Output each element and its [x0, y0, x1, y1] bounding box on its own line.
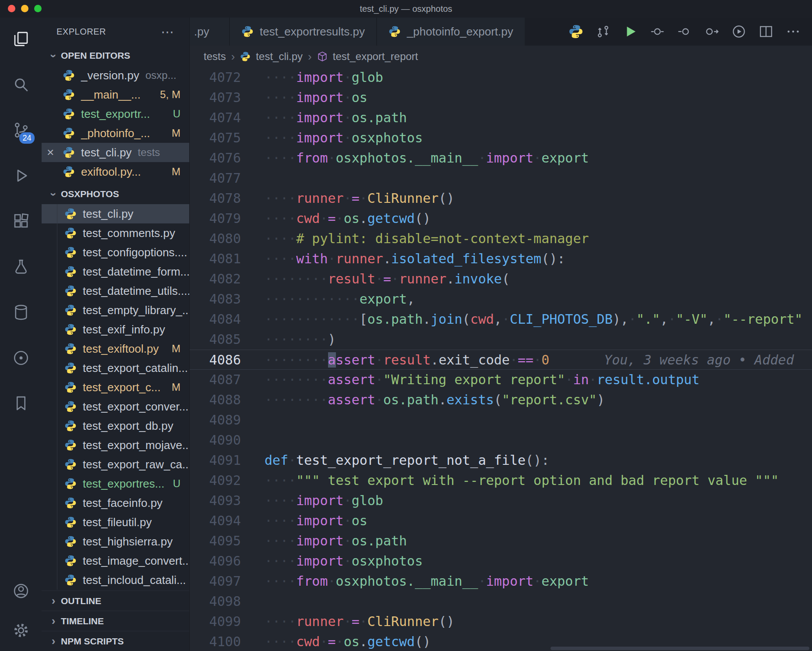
editor-tab[interactable]: _photoinfo_export.py: [377, 18, 526, 46]
zoom-window-button[interactable]: [34, 5, 42, 12]
open-editor-item[interactable]: __main__...5, M: [42, 85, 189, 104]
extensions-icon[interactable]: [11, 211, 31, 231]
views-more-actions-icon[interactable]: ⋯: [161, 24, 175, 39]
breadcrumb-file[interactable]: test_cli.py: [256, 50, 303, 63]
line-number: 4095: [190, 531, 241, 551]
code-line[interactable]: 4072····import·glob: [190, 67, 812, 88]
circle-arrow-icon[interactable]: [703, 22, 721, 41]
code-line[interactable]: 4091def·test_export_report_not_a_file():: [190, 450, 812, 471]
bookmark-icon[interactable]: [11, 393, 31, 414]
code-line[interactable]: 4093····import·glob: [190, 491, 812, 511]
code-line[interactable]: 4098: [190, 591, 812, 612]
code-line[interactable]: 4083············export,: [190, 289, 812, 309]
file-tree-item[interactable]: test_export_catalin...: [42, 358, 189, 378]
file-tree-item[interactable]: test_export_mojave...: [42, 435, 189, 455]
more-actions-icon[interactable]: [784, 22, 802, 41]
editor-tab[interactable]: .py: [190, 18, 230, 46]
file-tree-item[interactable]: test_exif_info.py: [42, 320, 189, 339]
explorer-icon[interactable]: [11, 29, 31, 49]
code-line[interactable]: 4084············[os.path.join(cwd,·CLI_P…: [190, 309, 812, 329]
testing-flask-icon[interactable]: [11, 257, 31, 277]
editor-tab[interactable]: test_exportresults.py: [230, 18, 377, 46]
sidebar-section-npm-scripts[interactable]: ›NPM SCRIPTS: [42, 631, 189, 651]
file-tree-item[interactable]: test_datetime_utils....: [42, 281, 189, 301]
file-tree-item[interactable]: test_exiftool.pyM: [42, 339, 189, 358]
open-editor-item[interactable]: _photoinfo_...M: [42, 124, 189, 143]
file-tree-item[interactable]: test_export_raw_ca...: [42, 455, 189, 474]
code-line[interactable]: 4077: [190, 168, 812, 188]
circle-line-icon[interactable]: [675, 22, 694, 41]
code-line[interactable]: 4087········assert·"Writing export repor…: [190, 370, 812, 390]
file-tree-item[interactable]: test_highsierra.py: [42, 532, 189, 551]
file-tree-item[interactable]: test_export_conver...: [42, 397, 189, 416]
breadcrumb-folder[interactable]: tests: [204, 50, 226, 63]
code-line[interactable]: 4078····runner·=·CliRunner(): [190, 188, 812, 209]
file-tree-item[interactable]: test_fileutil.py: [42, 513, 189, 532]
search-icon[interactable]: [11, 74, 31, 95]
code-line[interactable]: 4095····import·os.path: [190, 531, 812, 551]
file-name: test_export_db.py: [83, 419, 173, 433]
code-line[interactable]: 4076····from·osxphotos.__main__·import·e…: [190, 148, 812, 168]
sidebar-section-outline[interactable]: ›OUTLINE: [42, 591, 189, 611]
source-control-icon[interactable]: 24: [11, 120, 31, 140]
code-token: ·: [375, 372, 383, 387]
file-tree-item[interactable]: test_datetime_form...: [42, 262, 189, 281]
file-tree-item[interactable]: test_exportres...U: [42, 474, 189, 493]
split-editor-icon[interactable]: [757, 22, 775, 41]
file-tree-item[interactable]: test_export_c...M: [42, 378, 189, 397]
section-open-editors[interactable]: › OPEN EDITORS: [42, 46, 189, 66]
code-line[interactable]: 4092····""" test export with --report op…: [190, 471, 812, 491]
code-line[interactable]: 4079····cwd·=·os.getcwd(): [190, 209, 812, 229]
code-editor[interactable]: 4072····import·glob4073····import·os4074…: [190, 67, 812, 651]
open-editor-item[interactable]: exiftool.py...M: [42, 162, 189, 181]
python-icon: [64, 342, 78, 355]
sidebar-section-timeline[interactable]: ›TIMELINE: [42, 611, 189, 631]
section-osxphotos[interactable]: › OSXPHOTOS: [42, 184, 189, 204]
file-tree-item[interactable]: test_cli.py: [42, 204, 189, 223]
code-line[interactable]: 4074····import·os.path: [190, 108, 812, 128]
close-window-button[interactable]: [8, 5, 15, 12]
play-circle-icon[interactable]: [730, 22, 748, 41]
code-line[interactable]: 4086········assert·result.exit_code·==·0…: [190, 350, 812, 370]
code-token: import: [296, 130, 343, 145]
minimize-window-button[interactable]: [21, 5, 28, 12]
code-token: ·: [360, 191, 367, 206]
code-line[interactable]: 4094····import·os: [190, 511, 812, 531]
account-icon[interactable]: [11, 581, 31, 601]
code-token: ····: [265, 130, 296, 145]
tab-label: test_exportresults.py: [260, 25, 365, 39]
close-icon[interactable]: ×: [47, 145, 63, 159]
database-icon[interactable]: [11, 302, 31, 322]
code-line[interactable]: 4090: [190, 430, 812, 450]
run-button[interactable]: [621, 22, 639, 41]
code-line[interactable]: 4080····# pylint: disable=not-context-ma…: [190, 229, 812, 249]
file-tree-item[interactable]: test_comments.py: [42, 223, 189, 243]
open-editor-item[interactable]: _version.pyosxp...: [42, 66, 189, 85]
horizontal-scrollbar[interactable]: [551, 647, 809, 650]
code-line[interactable]: 4099····runner·=·CliRunner(): [190, 612, 812, 632]
code-line[interactable]: 4073····import·os: [190, 88, 812, 108]
file-tree-item[interactable]: test_configoptions....: [42, 243, 189, 262]
code-line[interactable]: 4097····from·osxphotos.__main__·import·e…: [190, 571, 812, 591]
code-line[interactable]: 4085········): [190, 329, 812, 350]
python-icon[interactable]: [567, 22, 585, 41]
code-line[interactable]: 4088········assert·os.path.exists("repor…: [190, 390, 812, 410]
file-tree-item[interactable]: test_export_db.py: [42, 416, 189, 435]
file-tree-item[interactable]: test_incloud_catali...: [42, 570, 189, 590]
open-editor-item[interactable]: ×test_cli.pytests: [42, 143, 189, 162]
breadcrumb-symbol[interactable]: test_export_report: [333, 50, 418, 63]
code-line[interactable]: 4096····import·osxphotos: [190, 551, 812, 571]
file-tree-item[interactable]: test_image_convert...: [42, 551, 189, 570]
compare-changes-icon[interactable]: [594, 22, 612, 41]
code-line[interactable]: 4081····with·runner.isolated_filesystem(…: [190, 249, 812, 269]
circle-dash-icon[interactable]: [648, 22, 667, 41]
code-line[interactable]: 4075····import·osxphotos: [190, 128, 812, 148]
code-line[interactable]: 4082········result·=·runner.invoke(: [190, 269, 812, 289]
disc-icon[interactable]: [11, 348, 31, 368]
open-editor-item[interactable]: test_exportr...U: [42, 104, 189, 124]
settings-gear-icon[interactable]: [11, 620, 31, 640]
file-tree-item[interactable]: test_faceinfo.py: [42, 493, 189, 513]
file-tree-item[interactable]: test_empty_library_...: [42, 301, 189, 320]
code-line[interactable]: 4089: [190, 410, 812, 430]
run-debug-icon[interactable]: [11, 166, 31, 186]
